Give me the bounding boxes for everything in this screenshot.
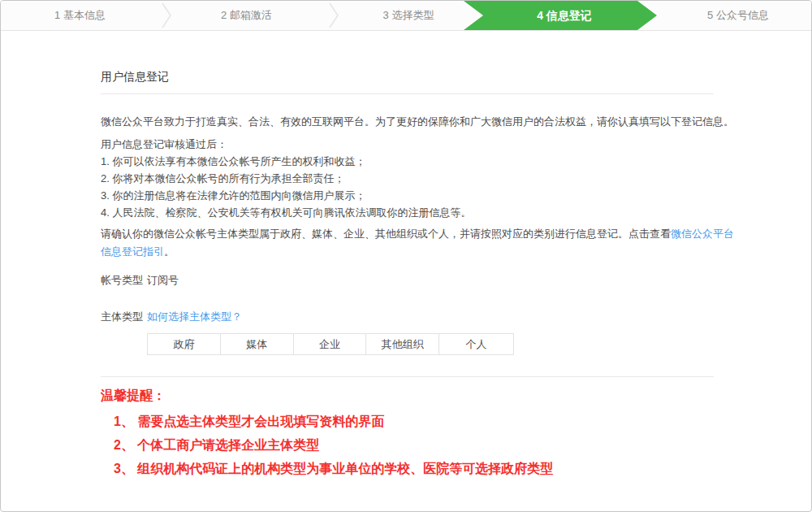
confirm-paragraph: 请确认你的微信公众帐号主体类型属于政府、媒体、企业、其他组织或个人，并请按照对应… (101, 225, 734, 261)
subject-tab-individual[interactable]: 个人 (439, 334, 513, 354)
how-to-choose-subject-type-link[interactable]: 如何选择主体类型？ (147, 310, 242, 324)
main-content: 用户信息登记 微信公众平台致力于打造真实、合法、有效的互联网平台。为了更好的保障… (1, 31, 811, 475)
tips-block: 温馨提醒： 1、 需要点选主体类型才会出现填写资料的界面 2、 个体工商户请选择… (101, 388, 811, 475)
step-info-registration-active: 4 信息登记 (464, 1, 657, 30)
intro-paragraph: 微信公众平台致力于打造真实、合法、有效的互联网平台。为了更好的保障你和广大微信用… (101, 114, 811, 130)
step-basic-info: 1 基本信息 (1, 1, 159, 30)
account-type-row: 帐号类型 订阅号 (101, 273, 811, 288)
subject-tab-other-org[interactable]: 其他组织 (366, 334, 439, 354)
tips-title: 温馨提醒： (101, 388, 811, 405)
subject-tab-government[interactable]: 政府 (148, 334, 221, 354)
active-step-label: 4 信息登记 (529, 9, 592, 22)
review-terms-block: 用户信息登记审核通过后： 1. 你可以依法享有本微信公众帐号所产生的权利和收益；… (101, 137, 811, 221)
review-terms-title: 用户信息登记审核通过后： (101, 137, 811, 153)
subject-type-tabs: 政府 媒体 企业 其他组织 个人 (147, 333, 514, 355)
subject-tab-media[interactable]: 媒体 (221, 334, 294, 354)
review-term-item: 2. 你将对本微信公众帐号的所有行为承担全部责任； (101, 171, 811, 187)
registration-wizard-window: 1 基本信息 2 邮箱激活 3 选择类型 4 信息登记 5 公众号信息 用户信息… (0, 0, 812, 512)
review-term-item: 3. 你的注册信息将在法律允许的范围内向微信用户展示； (101, 188, 811, 204)
subject-type-row: 主体类型 如何选择主体类型？ (101, 310, 811, 324)
confirm-text: 请确认你的微信公众帐号主体类型属于政府、媒体、企业、其他组织或个人，并请按照对应… (101, 228, 671, 240)
tip-item: 3、 组织机构代码证上的机构类型为事业单位的学校、医院等可选择政府类型 (101, 462, 811, 475)
tips-divider (101, 376, 714, 377)
review-term-item: 1. 你可以依法享有本微信公众帐号所产生的权利和收益； (101, 154, 811, 170)
review-term-item: 4. 人民法院、检察院、公安机关等有权机关可向腾讯依法调取你的注册信息等。 (101, 205, 811, 221)
step-account-info: 5 公众号信息 (665, 1, 811, 30)
account-type-value: 订阅号 (147, 273, 179, 288)
tip-item: 2、 个体工商户请选择企业主体类型 (101, 438, 811, 452)
subject-tab-enterprise[interactable]: 企业 (294, 334, 367, 354)
tip-item: 1、 需要点选主体类型才会出现填写资料的界面 (101, 414, 811, 428)
subject-type-label: 主体类型 (101, 310, 147, 324)
page-title: 用户信息登记 (101, 70, 811, 85)
step-progress-bar: 1 基本信息 2 邮箱激活 3 选择类型 4 信息登记 5 公众号信息 (1, 1, 811, 31)
title-divider (101, 93, 714, 94)
account-type-label: 帐号类型 (101, 273, 147, 288)
step-email-activation: 2 邮箱激活 (167, 1, 326, 30)
step-select-type: 3 选择类型 (335, 1, 482, 30)
confirm-suffix: 。 (164, 245, 175, 258)
